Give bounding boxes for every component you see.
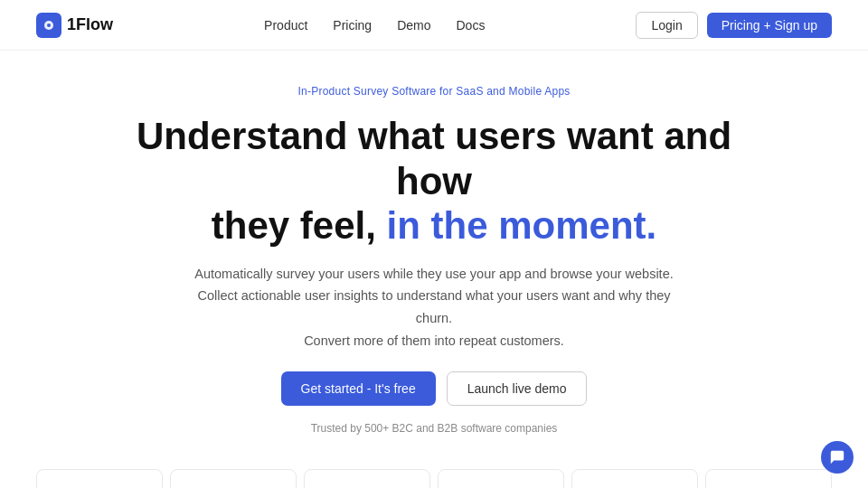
logo-infina: INFINA (705, 469, 832, 488)
navbar: 1Flow Product Pricing Demo Docs Login Pr… (0, 0, 868, 51)
launch-demo-button[interactable]: Launch live demo (447, 371, 588, 406)
hero-title: Understand what users want and how they … (118, 114, 750, 249)
hero-section: In-Product Survey Software for SaaS and … (0, 51, 868, 469)
hero-subtitle: Automatically survey your users while th… (181, 263, 687, 352)
hero-subtitle-line1: Automatically survey your users while th… (194, 267, 674, 281)
chat-bubble[interactable] (821, 441, 854, 474)
trust-text: Trusted by 500+ B2C and B2B software com… (36, 422, 832, 435)
hero-buttons: Get started - It's free Launch live demo (36, 371, 832, 406)
signup-button[interactable]: Pricing + Sign up (707, 13, 832, 38)
logo-haddock: haddock (438, 469, 564, 488)
logo-humand: humand (571, 469, 698, 488)
nav-actions: Login Pricing + Sign up (636, 12, 832, 39)
hero-title-accent: in the moment. (387, 204, 657, 247)
hero-title-line2-plain: they feel, (212, 204, 387, 247)
nav-demo[interactable]: Demo (397, 18, 430, 33)
logo-text: 1Flow (67, 15, 113, 34)
nav-product[interactable]: Product (264, 18, 307, 33)
hero-title-line1: Understand what users want and how (137, 115, 731, 202)
logos-section: accenture 📚 chatbooks CommerceBear haddo… (0, 469, 868, 488)
nav-docs[interactable]: Docs (457, 18, 486, 33)
logos-grid-row1: accenture 📚 chatbooks CommerceBear haddo… (36, 469, 832, 488)
logo-chatbooks: 📚 chatbooks (170, 469, 297, 488)
svg-point-2 (47, 23, 51, 27)
logo-accenture: accenture (36, 469, 163, 488)
hero-subtitle-line3: Convert more of them into repeat custome… (304, 333, 564, 348)
logo-commerce: CommerceBear (304, 469, 430, 488)
nav-links: Product Pricing Demo Docs (264, 17, 485, 33)
hero-subtitle-line2: Collect actionable user insights to unde… (197, 288, 670, 325)
get-started-button[interactable]: Get started - It's free (281, 371, 436, 406)
logo[interactable]: 1Flow (36, 13, 113, 38)
login-button[interactable]: Login (636, 12, 697, 39)
hero-tag: In-Product Survey Software for SaaS and … (36, 85, 832, 98)
chat-icon (829, 449, 845, 465)
nav-pricing[interactable]: Pricing (333, 18, 372, 33)
